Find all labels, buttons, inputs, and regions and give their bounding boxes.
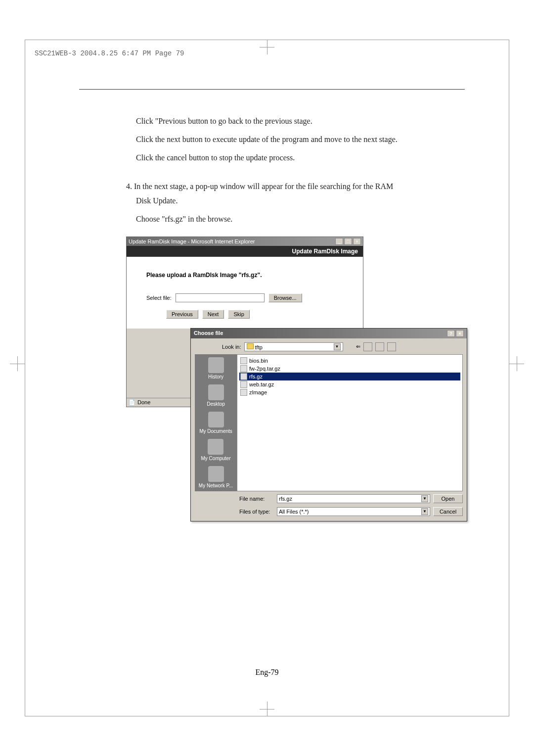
file-icon <box>240 373 247 380</box>
file-item-bios[interactable]: bios.bin <box>239 357 460 365</box>
select-file-label: Select file: <box>146 295 172 301</box>
header-print-info: SSC21WEB-3 2004.8.25 6:47 PM Page 79 <box>35 49 184 57</box>
sidebar-desktop-label: Desktop <box>207 401 225 407</box>
file-name: web.tar.gz <box>249 381 274 387</box>
filename-input[interactable]: rfs.gz ▼ <box>277 494 430 503</box>
file-item-web[interactable]: web.tar.gz <box>239 380 460 388</box>
ie-page-header: Update RamDIsk Image <box>127 246 363 257</box>
desktop-icon <box>208 384 224 400</box>
mycomputer-icon <box>208 439 223 455</box>
sidebar-desktop[interactable]: Desktop <box>207 384 225 407</box>
sidebar-mydocs[interactable]: My Documents <box>199 412 232 434</box>
sidebar-mynet[interactable]: My Network P... <box>199 466 233 488</box>
new-folder-icon[interactable] <box>375 342 384 351</box>
chevron-down-icon[interactable]: ▼ <box>421 495 428 502</box>
lookin-value: tftp <box>255 344 263 350</box>
open-button[interactable]: Open <box>433 494 463 503</box>
file-item-fw[interactable]: fw-2pq.tar.gz <box>239 365 460 373</box>
chevron-down-icon[interactable]: ▼ <box>421 508 428 515</box>
crop-mark-bottom <box>260 702 274 716</box>
lookin-label: Look in: <box>222 344 241 350</box>
crop-mark-right <box>509 356 524 371</box>
toolbar-icons: ⇐ <box>356 342 396 351</box>
up-folder-icon[interactable] <box>363 342 372 351</box>
step-4-line-3: Choose "rfs.gz" in the browse. <box>136 212 465 227</box>
dialog-body: Look in: tftp ▼ ⇐ <box>191 338 467 521</box>
dialog-close-icon[interactable]: × <box>456 330 464 337</box>
file-name: fw-2pq.tar.gz <box>249 366 280 372</box>
ie-body: Please upload a RamDIsk Image "rfs.gz". … <box>127 257 363 329</box>
file-name: rfs.gz <box>249 374 263 379</box>
help-icon[interactable]: ? <box>447 330 455 337</box>
file-list[interactable]: bios.bin fw-2pq.tar.gz rfs.gz web.tar.gz… <box>237 354 463 491</box>
filetype-value: All Files (*.*) <box>279 509 309 515</box>
sidebar-history-label: History <box>208 374 224 379</box>
file-item-zimage[interactable]: zImage <box>239 388 460 396</box>
ie-titlebar: Update RamDisk Image - Microsoft Interne… <box>127 237 363 246</box>
mynetwork-icon <box>208 466 224 482</box>
instruction-line-3: Click the cancel button to stop the upda… <box>136 151 465 165</box>
folder-icon <box>247 343 254 349</box>
ie-titlebar-buttons: _ □ × <box>335 238 361 245</box>
lookin-dropdown[interactable]: tftp ▼ <box>244 342 343 351</box>
page-number: Eng-79 <box>255 668 278 677</box>
instruction-line-2: Click the next button to execute update … <box>136 133 465 147</box>
filename-label: File name: <box>239 496 274 502</box>
instruction-line-1: Click "Previous button to go back to the… <box>136 114 465 129</box>
button-row: Previous Next Skip <box>166 310 343 319</box>
document-icon: 📄 <box>129 399 135 406</box>
lookin-row: Look in: tftp ▼ ⇐ <box>222 342 463 351</box>
file-item-rfs-selected[interactable]: rfs.gz <box>239 373 460 380</box>
minimize-icon[interactable]: _ <box>335 238 343 245</box>
filename-row: File name: rfs.gz ▼ Open <box>195 491 463 504</box>
screenshot-container: Update RamDisk Image - Microsoft Interne… <box>126 236 465 407</box>
upload-instruction: Please upload a RamDIsk Image "rfs.gz". <box>146 272 343 279</box>
dialog-titlebar: Choose file ? × <box>191 329 467 338</box>
horizontal-rule <box>79 89 465 90</box>
status-text: Done <box>137 399 150 405</box>
view-menu-icon[interactable] <box>387 342 396 351</box>
file-name: zImage <box>249 389 267 395</box>
file-input[interactable] <box>176 293 265 302</box>
sidebar-history[interactable]: History <box>208 357 224 379</box>
choose-file-dialog: Choose file ? × Look in: tftp ▼ ⇐ <box>190 328 467 521</box>
file-select-row: Select file: Browse... <box>146 293 343 302</box>
maximize-icon[interactable]: □ <box>344 238 352 245</box>
dialog-main: History Desktop My Documents My Com <box>195 354 463 491</box>
crop-mark-left <box>10 356 25 371</box>
file-icon <box>240 365 247 372</box>
sidebar-mynet-label: My Network P... <box>199 483 233 488</box>
chevron-down-icon[interactable]: ▼ <box>334 343 341 350</box>
step-4-line-1: 4. In the next stage, a pop-up window wi… <box>126 180 465 194</box>
sidebar-mydocs-label: My Documents <box>199 428 232 434</box>
crop-mark-top <box>260 40 274 54</box>
browse-button[interactable]: Browse... <box>268 293 302 302</box>
sidebar-mycomp-label: My Computer <box>201 456 230 461</box>
file-icon <box>240 381 247 388</box>
filetype-dropdown[interactable]: All Files (*.*) ▼ <box>277 507 430 516</box>
content-area: Click "Previous button to go back to the… <box>79 89 465 407</box>
ie-title-text: Update RamDisk Image - Microsoft Interne… <box>129 238 255 244</box>
skip-button[interactable]: Skip <box>228 310 249 319</box>
dialog-title: Choose file <box>194 330 223 337</box>
file-icon <box>240 357 247 364</box>
filename-value: rfs.gz <box>279 496 292 502</box>
previous-button[interactable]: Previous <box>166 310 198 319</box>
mydocuments-icon <box>208 412 224 427</box>
file-icon <box>240 389 247 396</box>
dialog-titlebar-buttons: ? × <box>447 330 464 337</box>
back-icon[interactable]: ⇐ <box>356 343 360 350</box>
filetype-label: Files of type: <box>239 509 274 515</box>
sidebar-mycomp[interactable]: My Computer <box>201 439 230 461</box>
step-4-line-2: Disk Update. <box>136 194 465 208</box>
close-icon[interactable]: × <box>353 238 361 245</box>
next-button[interactable]: Next <box>202 310 224 319</box>
history-icon <box>208 357 224 373</box>
places-sidebar: History Desktop My Documents My Com <box>195 354 237 491</box>
cancel-button[interactable]: Cancel <box>433 507 463 516</box>
filetype-row: Files of type: All Files (*.*) ▼ Cancel <box>195 504 463 517</box>
file-name: bios.bin <box>249 358 268 364</box>
